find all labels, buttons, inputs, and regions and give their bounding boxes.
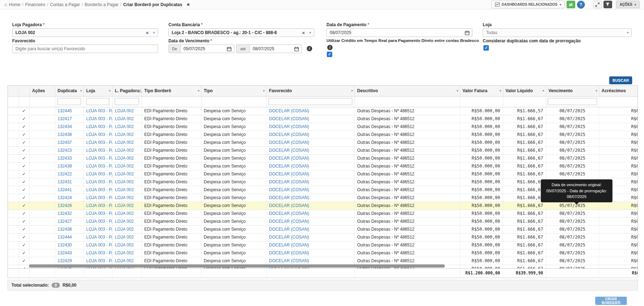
- chevron-down-icon[interactable]: ▾: [624, 31, 631, 34]
- loja-link[interactable]: LOJA 003 - PAR: [86, 243, 113, 248]
- loja-link[interactable]: LOJA 003 - PAR: [86, 148, 113, 153]
- favorecido-link[interactable]: DOCELAR (COSAN): [269, 171, 309, 176]
- favorecido-link[interactable]: DOCELAR (COSAN): [269, 140, 309, 145]
- breadcrumb-financeiro[interactable]: Financeiro: [25, 2, 45, 7]
- row-select-cell[interactable]: [8, 249, 19, 257]
- criar-bordero-button[interactable]: CRIAR BORDERÔ: [595, 297, 627, 305]
- favorecido-link[interactable]: DOCELAR (COSAN): [269, 108, 309, 113]
- row-select-cell[interactable]: [8, 210, 19, 217]
- help-button[interactable]: ?: [577, 1, 585, 9]
- data-pagamento-input[interactable]: 08/07/2025: [326, 28, 472, 37]
- favorite-star-icon[interactable]: ★: [186, 2, 190, 7]
- col-header-valor-liquido[interactable]: Valor Líquido▾: [503, 86, 546, 96]
- duplicata-link[interactable]: 132417: [58, 116, 72, 121]
- loja-pagadora-link[interactable]: LOJA 002: [115, 164, 134, 169]
- duplicata-link[interactable]: 132432: [58, 211, 72, 216]
- row-select-cell[interactable]: [8, 131, 19, 138]
- col-header-tipo-bordero[interactable]: Tipo Borderô▾: [142, 86, 201, 96]
- favorecido-link[interactable]: DOCELAR (COSAN): [269, 227, 309, 232]
- table-row[interactable]: ✓ 132438 LOJA 003 - PAR LOJA 002 EDI Pag…: [8, 131, 638, 138]
- loja-pagadora-link[interactable]: LOJA 002: [115, 211, 134, 216]
- row-select-cell[interactable]: [8, 202, 19, 210]
- row-select-cell[interactable]: [8, 138, 19, 146]
- table-row[interactable]: ✓ 132436 LOJA 003 - PAR LOJA 002 EDI Pag…: [8, 225, 638, 233]
- row-select-cell[interactable]: [8, 178, 19, 186]
- row-select-cell[interactable]: [8, 107, 19, 115]
- table-row[interactable]: ✓ 132430 LOJA 003 - PAR LOJA 002 EDI Pag…: [8, 241, 638, 249]
- row-select-cell[interactable]: [8, 233, 19, 241]
- loja-pagadora-select[interactable]: LOJA 002 × ▾: [12, 28, 158, 37]
- loja-pagadora-link[interactable]: LOJA 002: [115, 179, 134, 184]
- chevron-down-icon[interactable]: ▾: [150, 31, 158, 34]
- favorecido-link[interactable]: DOCELAR (COSAN): [269, 164, 309, 169]
- col-header-loja-pagadora[interactable]: L. Pagadora:..▾: [112, 86, 142, 96]
- duplicata-link[interactable]: 132433: [58, 156, 72, 161]
- loja-pagadora-link[interactable]: LOJA 002: [115, 108, 134, 113]
- loja-pagadora-link[interactable]: LOJA 002: [115, 187, 134, 192]
- favorecido-link[interactable]: DOCELAR (COSAN): [269, 250, 309, 255]
- duplicata-link[interactable]: 132438: [58, 132, 72, 137]
- loja-pagadora-link[interactable]: LOJA 002: [115, 132, 134, 137]
- table-row[interactable]: ✓ 132422 LOJA 003 - PAR LOJA 002 EDI Pag…: [8, 170, 638, 178]
- col-header-duplicata[interactable]: Duplicata▾: [55, 86, 84, 96]
- row-select-cell[interactable]: [8, 241, 19, 249]
- acoes-button[interactable]: AÇÕES ▾: [616, 1, 640, 8]
- chevron-down-icon[interactable]: ▾: [306, 31, 314, 34]
- calendar-icon[interactable]: [224, 47, 234, 51]
- filter-loja-pagadora-input[interactable]: [115, 98, 139, 105]
- filter-favorecido-input[interactable]: [268, 98, 352, 105]
- row-select-cell[interactable]: [8, 265, 19, 268]
- favorecido-link[interactable]: DOCELAR (COSAN): [269, 203, 309, 208]
- loja-link[interactable]: LOJA 003 - PAR: [86, 108, 113, 113]
- favorecido-link[interactable]: DOCELAR (COSAN): [269, 116, 309, 121]
- buscar-button[interactable]: BUSCAR: [609, 76, 632, 84]
- duplicata-link[interactable]: 132443: [58, 250, 72, 255]
- duplicata-link[interactable]: 132437: [58, 140, 72, 145]
- duplicata-link[interactable]: 132436: [58, 227, 72, 232]
- duplicata-link[interactable]: 132424: [58, 195, 72, 200]
- col-header-loja[interactable]: Loja▾: [84, 86, 112, 96]
- table-row[interactable]: ✓ 132439 LOJA 003 - PAR LOJA 002 EDI Pag…: [8, 162, 638, 170]
- loja-link[interactable]: LOJA 003 - PAR: [86, 124, 113, 129]
- loja-pagadora-link[interactable]: LOJA 002: [115, 227, 134, 232]
- considerar-prorrogacao-checkbox[interactable]: ✓: [483, 45, 489, 51]
- filter-vencimento-input[interactable]: [548, 98, 597, 105]
- loja-link[interactable]: LOJA 003 - PAR: [86, 250, 113, 255]
- loja-link[interactable]: LOJA 003 - PAR: [86, 132, 113, 137]
- filter-button[interactable]: [604, 1, 612, 8]
- favorecido-link[interactable]: DOCELAR (COSAN): [269, 211, 309, 216]
- filter-loja-input[interactable]: [86, 98, 109, 105]
- duplicata-link[interactable]: 132444: [58, 235, 72, 240]
- table-row[interactable]: ✓ 132434 LOJA 003 - PAR LOJA 002 EDI Pag…: [8, 123, 638, 131]
- table-row[interactable]: ✓ 132426 LOJA 003 - PAR LOJA 002 EDI Pag…: [8, 202, 638, 210]
- favorecido-search-input[interactable]: [12, 44, 158, 53]
- loja-link[interactable]: LOJA 003 - PAR: [86, 140, 113, 145]
- col-header-acrescimos[interactable]: Acréscimos▾: [599, 86, 638, 96]
- favorecido-link[interactable]: DOCELAR (COSAN): [269, 124, 309, 129]
- favorecido-link[interactable]: DOCELAR (COSAN): [269, 148, 309, 153]
- row-select-cell[interactable]: [8, 225, 19, 233]
- clear-icon[interactable]: ×: [300, 30, 307, 36]
- table-row[interactable]: ✓ 132417 LOJA 003 - PAR LOJA 002 EDI Pag…: [8, 115, 638, 123]
- row-select-cell[interactable]: [8, 162, 19, 170]
- table-row[interactable]: ✓ 132433 LOJA 003 - PAR LOJA 002 EDI Pag…: [8, 154, 638, 162]
- row-select-cell[interactable]: [8, 257, 19, 265]
- favorecido-link[interactable]: DOCELAR (COSAN): [269, 179, 309, 184]
- loja-pagadora-link[interactable]: LOJA 002: [115, 140, 134, 145]
- loja-pagadora-link[interactable]: LOJA 002: [115, 124, 134, 129]
- loja-link[interactable]: LOJA 003 - PAR: [86, 227, 113, 232]
- loja-pagadora-link[interactable]: LOJA 002: [115, 219, 134, 224]
- integration-button[interactable]: ⇄: [567, 1, 575, 8]
- duplicata-link[interactable]: 132427: [58, 219, 72, 224]
- horizontal-scrollbar-thumb[interactable]: [29, 264, 445, 268]
- row-select-cell[interactable]: [8, 217, 19, 225]
- loja-link[interactable]: LOJA 003 - PAR: [86, 179, 113, 184]
- filter-duplicata-input[interactable]: [57, 98, 81, 105]
- loja-pagadora-link[interactable]: LOJA 002: [115, 258, 134, 263]
- table-row[interactable]: ✓ 132429 LOJA 003 - PAR LOJA 002 EDI Pag…: [8, 257, 638, 265]
- loja-link[interactable]: LOJA 003 - PAR: [86, 235, 113, 240]
- favorecido-link[interactable]: DOCELAR (COSAN): [269, 195, 309, 200]
- row-select-cell[interactable]: [8, 123, 19, 131]
- calendar-icon[interactable]: [462, 30, 472, 35]
- loja-pagadora-link[interactable]: LOJA 002: [115, 195, 134, 200]
